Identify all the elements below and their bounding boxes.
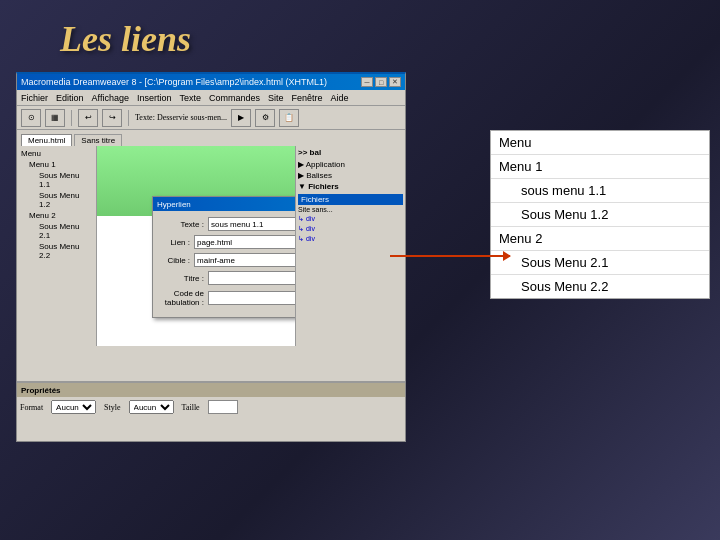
menu-affichage[interactable]: Affichage: [92, 93, 129, 103]
tree-sousmenu21[interactable]: Sous Menu 2.1: [19, 221, 94, 241]
dialog-titlebar: Hyperlien ✕: [153, 197, 295, 211]
panel-balises[interactable]: ▶ Balises: [298, 170, 403, 181]
menu-commandes[interactable]: Commandes: [209, 93, 260, 103]
toolbar-btn-2[interactable]: ▦: [45, 109, 65, 127]
label-texte: Texte :: [159, 220, 204, 229]
dw-tree-panel: Menu Menu 1 Sous Menu 1.1 Sous Menu 1.2 …: [17, 146, 97, 346]
dw-editor: Menu Menu 1 Sous Menu 1.1 Sous Menu 1.2 …: [17, 146, 405, 346]
label-lien: Lien :: [159, 238, 190, 247]
tree-menu[interactable]: Menu: [19, 148, 94, 159]
panel-title: >> bal: [298, 148, 403, 157]
dw-content-area: Hyperlien ✕ Texte : Lien : … Cible :: [97, 146, 295, 346]
props-content: Format Aucun Style Aucun Taille: [17, 397, 405, 417]
input-titre[interactable]: [208, 271, 295, 285]
tree-sousmenu11[interactable]: Sous Menu 1.1: [19, 170, 94, 190]
menu-site[interactable]: Site: [268, 93, 284, 103]
tree-menu1[interactable]: Menu 1: [19, 159, 94, 170]
toolbar-btn-6[interactable]: ⚙: [255, 109, 275, 127]
page-title: Les liens: [60, 18, 191, 60]
props-row: Format Aucun Style Aucun Taille: [20, 400, 402, 414]
input-lien[interactable]: [194, 235, 295, 249]
menu-insertion[interactable]: Insertion: [137, 93, 172, 103]
toolbar-btn-7[interactable]: 📋: [279, 109, 299, 127]
dialog-title: Hyperlien: [157, 200, 191, 209]
dialog-row-texte: Texte :: [159, 217, 295, 231]
dialog-row-tabcode: Code de tabulation :: [159, 289, 295, 307]
toolbar-btn-4[interactable]: ↪: [102, 109, 122, 127]
dw-menubar: Fichier Edition Affichage Insertion Text…: [17, 90, 405, 106]
dw-properties-panel: Propriétés Format Aucun Style Aucun Tail…: [17, 381, 405, 441]
dialog-row-lien: Lien : …: [159, 235, 295, 249]
toolbar-sep-2: [128, 110, 129, 126]
preview-sousmenu12: Sous Menu 1.2: [491, 203, 709, 227]
preview-menu2: Menu 2: [491, 227, 709, 251]
label-cible: Cible :: [159, 256, 190, 265]
dialog-row-cible: Cible : ▼: [159, 253, 295, 267]
toolbar-btn-3[interactable]: ↩: [78, 109, 98, 127]
props-format-label: Format: [20, 403, 43, 412]
preview-menu: Menu: [491, 131, 709, 155]
menu-fichier[interactable]: Fichier: [21, 93, 48, 103]
dialog-body: Texte : Lien : … Cible : ▼ Titre :: [153, 211, 295, 317]
menu-texte[interactable]: Texte: [179, 93, 201, 103]
dw-right-panel: >> bal ▶ Application ▶ Balises ▼ Fichier…: [295, 146, 405, 346]
hyperlien-dialog: Hyperlien ✕ Texte : Lien : … Cible :: [152, 196, 295, 318]
preview-menu1: Menu 1: [491, 155, 709, 179]
dw-toolbar: ⊙ ▦ ↩ ↪ Texte: Desservie sous-men... ▶ ⚙…: [17, 106, 405, 130]
props-style-label: Style: [104, 403, 120, 412]
toolbar-btn-5[interactable]: ▶: [231, 109, 251, 127]
menu-preview-panel: Menu Menu 1 sous menu 1.1 Sous Menu 1.2 …: [490, 130, 710, 299]
dw-title-text: Macromedia Dreamweaver 8 - [C:\Program F…: [21, 77, 327, 87]
menu-fenetre[interactable]: Fenêtre: [292, 93, 323, 103]
panel-fichiers[interactable]: ▼ Fichiers: [298, 181, 403, 192]
tree-sousmenu12[interactable]: Sous Menu 1.2: [19, 190, 94, 210]
close-button[interactable]: ✕: [389, 77, 401, 87]
toolbar-sep: [71, 110, 72, 126]
preview-sousmenu11: sous menu 1.1: [491, 179, 709, 203]
props-style-select[interactable]: Aucun: [129, 400, 174, 414]
props-taille-input[interactable]: [208, 400, 238, 414]
input-tabcode[interactable]: [208, 291, 295, 305]
tab-sans-titre[interactable]: Sans titre: [74, 134, 122, 146]
tab-menu-html[interactable]: Menu.html: [21, 134, 72, 146]
label-tabcode: Code de tabulation :: [159, 289, 204, 307]
preview-sousmenu22: Sous Menu 2.2: [491, 275, 709, 298]
props-format-select[interactable]: Aucun: [51, 400, 96, 414]
maximize-button[interactable]: □: [375, 77, 387, 87]
panel-site-item-2[interactable]: ↳ div: [298, 224, 403, 234]
panel-fichiers-header: Fichiers: [298, 194, 403, 205]
panel-application[interactable]: ▶ Application: [298, 159, 403, 170]
input-texte[interactable]: [208, 217, 295, 231]
input-cible[interactable]: [194, 253, 295, 267]
arrow-connector: [390, 255, 510, 258]
tree-menu2[interactable]: Menu 2: [19, 210, 94, 221]
dialog-row-titre: Titre :: [159, 271, 295, 285]
preview-sousmenu21: Sous Menu 2.1: [491, 251, 709, 275]
minimize-button[interactable]: ─: [361, 77, 373, 87]
dw-titlebar: Macromedia Dreamweaver 8 - [C:\Program F…: [17, 74, 405, 90]
dw-tabs: Menu.html Sans titre: [17, 130, 405, 146]
menu-aide[interactable]: Aide: [331, 93, 349, 103]
props-titlebar: Propriétés: [17, 383, 405, 397]
tree-sousmenu22[interactable]: Sous Menu 2.2: [19, 241, 94, 261]
label-titre: Titre :: [159, 274, 204, 283]
props-taille-label: Taille: [182, 403, 200, 412]
dreamweaver-window: Macromedia Dreamweaver 8 - [C:\Program F…: [16, 72, 406, 442]
toolbar-btn-1[interactable]: ⊙: [21, 109, 41, 127]
toolbar-label: Texte: Desservie sous-men...: [135, 113, 227, 122]
menu-edition[interactable]: Edition: [56, 93, 84, 103]
dw-window-controls: ─ □ ✕: [361, 77, 401, 87]
panel-site: Site sans...: [298, 205, 403, 214]
panel-site-item-3[interactable]: ↳ div: [298, 234, 403, 244]
panel-site-item[interactable]: ↳ div: [298, 214, 403, 224]
